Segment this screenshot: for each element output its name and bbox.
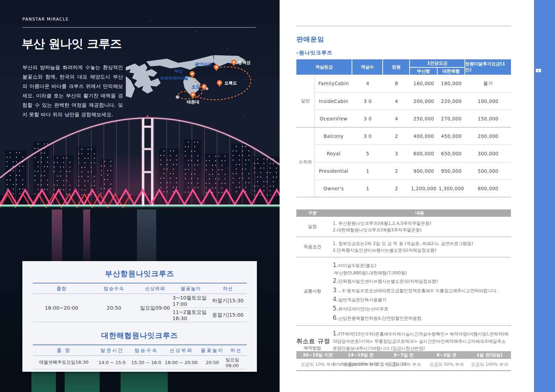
cancel-col: 9~7일 전	[382, 351, 425, 359]
surcharge: 500,000	[465, 162, 511, 179]
header-content: 내용	[329, 209, 511, 217]
col-departure: 출 항	[33, 345, 95, 356]
surcharge: 150,000	[465, 110, 511, 127]
header-cabin-class: 객실등급	[296, 59, 352, 75]
room-count: 3 0	[352, 110, 383, 127]
room-count: 5	[352, 145, 383, 162]
header-capacity: 정원	[383, 59, 410, 75]
label-oryukdo: 오륙도	[224, 81, 237, 86]
cell-buffet: 18:00 ~ 20:00	[164, 356, 199, 369]
chat-bubble-icon	[536, 69, 541, 72]
fares-heading: 판매운임	[296, 35, 324, 44]
col-disembark: 하선	[226, 345, 247, 356]
fare-strait: 220,000	[438, 92, 465, 110]
col-buffet: 선상뷔페	[138, 283, 173, 294]
cell-boarding-winter: 동절기|15:00	[209, 308, 247, 322]
fare-busan: 200,000	[410, 92, 438, 110]
cabin-name: Presidential	[315, 162, 352, 179]
cell-fireworks-time: 20:50	[91, 294, 138, 322]
label-terminal: 국제여객터미널	[160, 76, 188, 81]
room-count: 1	[352, 179, 383, 197]
capacity: 4	[383, 92, 410, 110]
col-fireworks: 불꽃놀이	[173, 283, 209, 294]
col-disembark: 하선	[209, 283, 247, 294]
schedule-card: 부산항원나잇크루즈 출항 탑승수속 선상뷔페 불꽃놀이 하선 3~10월토요일1…	[22, 261, 257, 372]
room-count: 4	[352, 75, 383, 92]
fare-busan: 400,000	[410, 127, 438, 145]
fare-busan: 250,000	[410, 110, 438, 127]
cabin-name: OceanView	[315, 110, 352, 127]
fare-strait: 1,300,000	[438, 179, 465, 197]
fare-strait: 450,000	[438, 127, 465, 145]
fare-strait: 650,000	[438, 145, 465, 162]
busan-cruise-title: 부산항원나잇크루즈	[22, 269, 257, 279]
room-count: 3 0	[352, 92, 383, 110]
page-title: 부산 원나잇 크루즈	[22, 36, 122, 52]
info-row-schedule: 일정 1. 부산항원나잇크루즈(매월1,2,4,5주차주말운항) 2.대한해협원…	[296, 217, 511, 237]
cell-boarding: 15:30 ~ 16:0	[129, 356, 164, 369]
cabin-name: Owner's	[315, 179, 352, 197]
cell-disembark-time: 일요일09:00	[138, 294, 173, 322]
cabin-name: FamilyCabin	[315, 75, 352, 92]
left-page: PANSTAR MIRACLE 부산 원나잇 크루즈 부산의 밤하늘을 화려하게…	[0, 0, 280, 392]
fare-busan: 600,000	[410, 145, 438, 162]
cancel-fee: 요금의 50% 부과	[425, 359, 468, 370]
header-korea-strait: 대한해협	[438, 68, 465, 75]
fare-strait: 180,000	[438, 75, 465, 92]
header-room-count: 객실수	[352, 59, 383, 75]
cancel-col: 1일 전(당일)	[468, 351, 511, 359]
pin-gwangandaegyo	[214, 65, 219, 72]
capacity: 4	[383, 110, 410, 127]
col-fireworks: 불꽃놀이	[199, 345, 226, 356]
info-table-header: 구분 내용	[296, 209, 511, 217]
info-table: 구분 내용 일정 1. 부산항원나잇크루즈(매월1,2,4,5주차주말운항) 2…	[296, 209, 511, 371]
strait-cruise-title: 대한해협원나잇크루즈	[22, 331, 257, 340]
label-jodo: 조도	[192, 84, 200, 89]
cancel-col: 30~15일 이전	[296, 351, 339, 359]
fare-strait: 270,000	[438, 110, 465, 127]
right-page: 판매운임 -원나잇크루즈 객실등급 객실수 정원 1인당요금 정원미달추가요금(…	[280, 0, 534, 392]
cell-departure-summer: 3~10월토요일17:00	[173, 294, 209, 308]
cancel-fee: 요금의 30% 부과	[382, 359, 425, 370]
bridge-deck	[0, 205, 280, 206]
cancel-fee: 요금의 20% 부과	[339, 359, 382, 370]
col-boarding: 탑승수속	[129, 345, 164, 356]
brochure-spread: PANSTAR MIRACLE 부산 원나잇 크루즈 부산의 밤하늘을 화려하게…	[0, 0, 555, 392]
cell-boarding-summer: 하절기|15:30	[209, 294, 247, 308]
fare-busan: 900,000	[410, 162, 438, 179]
col-buffet: 선상뷔페	[164, 345, 199, 356]
fare-strait: 950,000	[438, 162, 465, 179]
label-dongbaekseom: 동백섬	[238, 60, 251, 65]
row-label: 일정	[296, 217, 329, 237]
room-count: 3 0	[352, 127, 383, 145]
surcharge: 800,000	[465, 179, 511, 197]
side-accent-bar	[534, 0, 555, 392]
row-label: 공통사항	[296, 257, 329, 325]
capacity: 3	[383, 145, 410, 162]
info-row-common: 공통사항 1.터미널①용료(별도) -부산항(5,880원),대한해협(7,00…	[296, 257, 511, 326]
pin-oryukdo	[217, 80, 222, 87]
fare-table: 객실등급 객실수 정원 1인당요금 정원미달추가요금(1인) 부산항 대한해협 …	[296, 59, 511, 197]
top-divider	[296, 26, 511, 26]
busan-cruise-table: 출항 탑승수속 선상뷔페 불꽃놀이 하선 3~10월토요일17:00 하절기|1…	[33, 283, 247, 322]
cell-fireworks: 20:50	[199, 356, 226, 369]
room-count: 1	[352, 162, 383, 179]
group-suite: 스위트	[296, 127, 315, 197]
header-busan-port: 부산항	[410, 68, 438, 75]
group-general: 일반	[296, 75, 315, 127]
cell-ticketing: 14:0 ~ 15:0	[95, 356, 129, 369]
capacity: 2	[383, 127, 410, 145]
cabin-name: InsideCabin	[315, 92, 352, 110]
cell-buffet-time: 18:00~20:00	[33, 294, 91, 322]
intro-description: 부산의 밤하늘을 화려하게 수놓는 환상적인 불꽃쇼와 함께, 한국의 대표 해…	[22, 63, 123, 119]
col-ticketing: 발권시간	[95, 345, 129, 356]
pin-dongbaekseom	[231, 60, 237, 67]
surcharge: 100,000	[465, 92, 511, 110]
cabin-name: Balcony	[315, 127, 352, 145]
capacity: 8	[383, 75, 410, 92]
pin-taejongdae	[190, 92, 196, 99]
strait-cruise-table: 출 항 발권시간 탑승수속 선상뷔페 불꽃놀이 하선 매월셋째주토요일16:30…	[33, 345, 247, 369]
cancel-col: 6~2일 전	[425, 351, 468, 359]
cancel-col: 14~10일 전	[339, 351, 382, 359]
cancel-fee: 요금의 100% 부과	[468, 359, 511, 370]
